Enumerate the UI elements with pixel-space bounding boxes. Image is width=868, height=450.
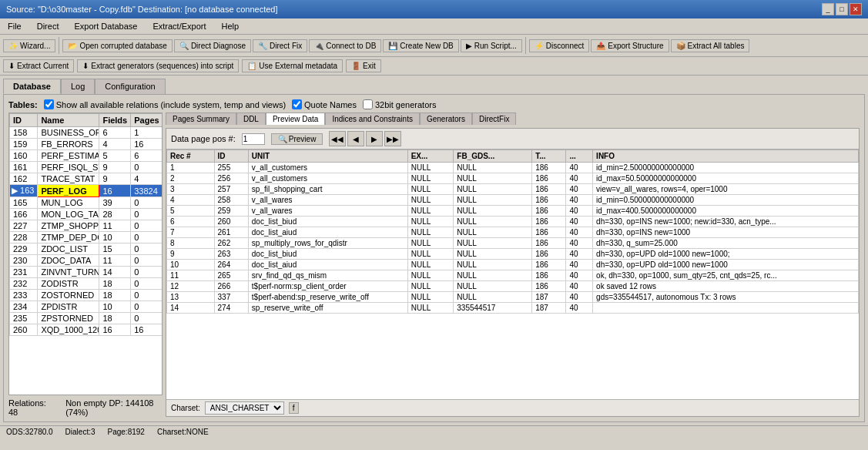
exit-button[interactable]: 🚪 Exit [346,59,381,72]
tab-database[interactable]: Database [3,79,61,94]
table-row[interactable]: 228ZTMP_DEP_DOCS1001Persistent [10,232,163,243]
grid-row[interactable]: 14274sp_reserve_write_offNULL33554451718… [167,303,859,314]
inner-tab-preview-data[interactable]: Preview Data [266,112,325,125]
table-row[interactable]: 159FB_ERRORS4161Persistent [10,139,163,150]
nav-last-button[interactable]: ▶▶ [384,131,401,146]
inner-tab-indices[interactable]: Indices and Constraints [325,112,420,125]
close-button[interactable]: ✕ [850,3,862,15]
grid-row[interactable]: 4258v_all_waresNULLNULL18640id_min=0.500… [167,195,859,206]
table-row[interactable]: 229ZDOC_LIST1502Persistent [10,243,163,255]
direct-diagnose-button[interactable]: 🔍 Direct Diagnose [174,39,251,52]
wizard-button[interactable]: ✨ Wizard... [3,39,55,52]
grid-cell: t$perf-abend:sp_reserve_write_off [248,292,407,303]
create-new-db-button[interactable]: 💾 Create New DB [383,39,458,52]
tab-log[interactable]: Log [61,79,95,94]
data-page-pos-input[interactable] [242,133,265,145]
show-all-checkbox[interactable] [44,99,54,109]
run-script-button[interactable]: ▶ Run Script... [461,39,522,52]
grid-row[interactable]: 12266t$perf-norm:sp_client_orderNULLNULL… [167,281,859,292]
grid-row[interactable]: 5259v_all_waresNULLNULL18640id_max=400.5… [167,206,859,217]
grid-cell [593,303,859,314]
open-corrupted-button[interactable]: 📂 Open corrupted database [62,39,172,52]
table-row[interactable]: 260XQD_1000_120016161Persistent [10,324,163,336]
inner-tab-ddl[interactable]: DDL [236,112,266,125]
nav-buttons: ◀◀ ◀ ▶ ▶▶ [329,131,401,146]
table-row[interactable]: 160PERF_ESTIMATED562Persistent [10,150,163,162]
inner-tab-generators[interactable]: Generators [420,112,472,125]
grid-row[interactable]: 11265srv_find_qd_qs_mismNULLNULL18640ok,… [167,270,859,281]
data-grid-container[interactable]: Rec #IDUNITEX...FB_GDS...T......INFO 125… [166,149,859,399]
row-arrow: 235 [10,313,38,324]
table-row[interactable]: 230ZDOC_DATA1102Persistent [10,255,163,267]
grid-row[interactable]: 1255v_all_customersNULLNULL18640id_min=2… [167,163,859,173]
row-pages: 0 [131,267,163,278]
grid-row[interactable]: 2256v_all_customersNULLNULL18640id_max=5… [167,173,859,184]
connect-db-button[interactable]: 🔌 Connect to DB [309,39,381,52]
row-pages: 33824 [131,185,163,197]
grid-row[interactable]: 7261doc_list_aiudNULLNULL18640dh=330, op… [167,227,859,238]
menu-extract-export[interactable]: Extract/Export [148,20,210,32]
grid-row[interactable]: 8262sp_multiply_rows_for_qdistrNULLNULL1… [167,238,859,249]
grid-row[interactable]: 6260doc_list_biudNULLNULL18640dh=330, op… [167,217,859,227]
table-row[interactable]: 232ZODISTR1802Persistent [10,278,163,290]
separator2 [525,37,526,54]
inner-tab-pages-summary[interactable]: Pages Summary [166,112,236,125]
table-row[interactable]: 231ZINVNT_TURNOVER_LOG1402Persistent [10,267,163,278]
generators-32bit-checkbox[interactable] [363,99,373,109]
grid-row[interactable]: 3257sp_fil_shopping_cartNULLNULL18640vie… [167,184,859,195]
grid-cell: 40 [566,163,593,173]
export-structure-button[interactable]: 📤 Export Structure [591,39,669,52]
table-row[interactable]: 165MUN_LOG3901Persistent [10,197,163,209]
split-container: ID Name Fields Pages Formats Type 158BUS… [8,112,860,417]
table-row[interactable]: ▶ 163PERF_LOG16338241Persistent [10,185,163,197]
grid-cell: 186 [532,260,566,270]
menu-direct[interactable]: Direct [32,20,64,32]
menu-file[interactable]: File [3,20,26,32]
table-row[interactable]: 158BUSINESS_OPS611Persistent [10,127,163,139]
table-row[interactable]: 233ZOSTORNED1802Persistent [10,290,163,301]
extract-current-button[interactable]: ⬇ Extract Current [3,59,74,72]
grid-cell: NULL [454,195,532,206]
grid-cell: 274 [214,303,248,314]
extract-all-tables-button[interactable]: 📦 Extract All tables [671,39,750,52]
row-arrow: 231 [10,267,38,278]
menu-export-database[interactable]: Export Database [69,20,142,32]
relations-count: Relations: 48 [8,398,51,417]
nav-next-button[interactable]: ▶ [366,131,383,146]
maximize-button[interactable]: □ [836,3,848,15]
disconnect-button[interactable]: ⚡ Disconnect [529,39,589,52]
grid-cell: NULL [407,184,454,195]
generators-32bit-label[interactable]: 32bit generators [363,99,437,109]
grid-row[interactable]: 10264doc_list_aiudNULLNULL18640dh=330, o… [167,260,859,270]
quote-names-checkbox[interactable] [292,99,302,109]
nav-first-button[interactable]: ◀◀ [329,131,346,146]
inner-tab-directfix[interactable]: DirectFix [472,112,516,125]
nav-prev-button[interactable]: ◀ [347,131,364,146]
direct-fix-button[interactable]: 🔧 Direct Fix [253,39,307,52]
extract-generators-button[interactable]: ⬇ Extract generators (sequences) into sc… [77,59,239,72]
table-row[interactable]: 227ZTMP_SHOPPING_CART1102Persistent [10,220,163,232]
tab-configuration[interactable]: Configuration [95,79,165,94]
table-row[interactable]: 235ZPSTORNED1802Persistent [10,313,163,324]
use-external-metadata-button[interactable]: 📋 Use External metadata [242,59,343,72]
quote-names-label[interactable]: Quote Names [292,99,357,109]
grid-col-unit: UNIT [248,150,407,163]
minimize-button[interactable]: _ [822,3,834,15]
row-fields: 18 [99,290,131,301]
grid-cell: 264 [214,260,248,270]
menu-help[interactable]: Help [216,20,243,32]
table-row[interactable]: 166MON_LOG_TABLE_STATS2801Persistent [10,209,163,220]
preview-button[interactable]: 🔍 Preview [271,133,323,145]
table-row[interactable]: 161PERF_ISQL_STAT901Persistent [10,162,163,173]
table-row[interactable]: 162TRACE_STAT942Persistent [10,173,163,185]
grid-cell: NULL [454,238,532,249]
grid-row[interactable]: 13337t$perf-abend:sp_reserve_write_offNU… [167,292,859,303]
tables-table-container[interactable]: ID Name Fields Pages Formats Type 158BUS… [8,112,163,395]
table-row[interactable]: 234ZPDISTR1002Persistent [10,301,163,313]
charset-apply-button[interactable]: f [289,402,299,414]
show-all-label[interactable]: Show all available relations (include sy… [44,99,286,109]
charset-select[interactable]: ANSI_CHARSET UTF8 UNICODE_FSS [205,401,284,415]
row-pages: 0 [131,162,163,173]
row-fields: 39 [99,197,131,209]
grid-row[interactable]: 9263doc_list_biudNULLNULL18640dh=330, op… [167,249,859,260]
